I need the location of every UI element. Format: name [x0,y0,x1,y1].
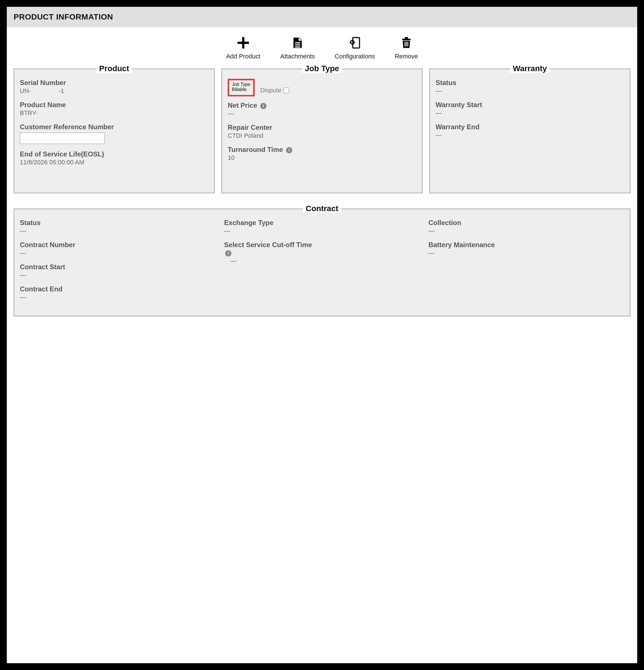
jobtype-panel: Job Type Job Type Billable Dispute Net P… [221,69,423,193]
product-name-field: Product Name BTRY- [20,101,208,117]
field-value: — [20,250,216,257]
svg-rect-1 [237,42,249,44]
field-value: Billable [232,87,250,92]
field-label: Battery Maintenance [428,241,624,249]
toolbar-label: Attachments [280,53,315,60]
svg-line-12 [353,43,354,44]
field-value: — [20,294,216,301]
warranty-start-field: Warranty Start — [436,101,624,117]
svg-line-13 [351,43,351,44]
svg-rect-16 [405,37,408,39]
field-value: — [428,227,624,234]
customer-reference-field: Customer Reference Number [20,123,208,144]
panel-legend: Warranty [510,64,550,73]
svg-line-14 [353,41,354,41]
svg-rect-18 [406,42,407,46]
panel-legend: Product [96,64,132,73]
contract-start-field: Contract Start — [20,263,216,279]
contract-col-3: Collection — Battery Maintenance — [428,219,624,307]
contract-col-1: Status — Contract Number — Contract Star… [20,219,216,307]
panel-legend: Contract [303,204,341,213]
repair-center-field: Repair Center CTDI Poland [228,123,416,139]
contract-number-field: Contract Number — [20,241,216,257]
contract-columns: Status — Contract Number — Contract Star… [20,219,624,307]
exchange-type-field: Exchange Type — [224,219,420,234]
field-label: Repair Center [228,123,416,132]
contract-panel: Contract Status — Contract Number — Cont… [14,209,630,316]
field-label: Customer Reference Number [20,123,208,131]
warranty-end-field: Warranty End — [436,123,624,139]
turnaround-label-text: Turnaround Time [228,146,283,153]
dispute-field: Dispute [260,87,289,94]
toolbar-label: Add Product [226,53,260,60]
svg-line-11 [351,41,351,41]
product-panel: Product Serial Number UN- -1 Product Nam… [14,69,215,193]
field-label: Product Name [20,101,208,109]
panel-legend: Job Type [302,64,342,73]
toolbar-label: Configurations [335,53,375,60]
field-label: Warranty Start [436,101,624,109]
field-label: Collection [428,219,624,227]
field-label: Turnaround Time i [228,146,416,153]
field-label: Job Type [232,82,250,87]
jobtype-highlight: Job Type Billable [228,79,255,96]
cutoff-time-field: Select Service Cut-off Time i — [224,241,420,265]
contract-col-2: Exchange Type — Select Service Cut-off T… [224,219,420,307]
cutoff-label-text: Select Service Cut-off Time [224,241,312,249]
contract-status-field: Status — [20,219,216,234]
plus-icon [236,36,250,50]
customer-reference-input[interactable] [20,133,105,144]
field-value: — [20,271,216,279]
field-label: Contract Number [20,241,216,249]
serial-number-field: Serial Number UN- -1 [20,79,208,95]
field-value: 10 [228,154,416,162]
warranty-status-field: Status — [436,79,624,95]
field-value: — [436,87,624,95]
info-icon[interactable]: i [260,103,266,109]
contract-end-field: Contract End — [20,285,216,301]
field-value: — [228,110,416,117]
field-label: Contract End [20,285,216,293]
field-value: — [428,250,624,257]
field-value: — [20,227,216,234]
warranty-panel: Warranty Status — Warranty Start — Warra… [429,69,630,193]
field-value: CTDI Poland [228,132,416,139]
eosl-field: End of Service Life(EOSL) 11/8/2026 05:0… [20,150,208,166]
product-information-frame: PRODUCT INFORMATION Add Product Attachme… [6,6,638,664]
add-product-button[interactable]: Add Product [226,36,260,60]
dispute-checkbox[interactable] [284,88,289,93]
svg-rect-3 [295,44,300,45]
gear-phone-icon [348,36,362,50]
field-value: — [436,132,624,139]
svg-rect-19 [407,42,408,46]
field-value: 11/8/2026 05:00:00 AM [20,159,208,166]
field-label: Status [436,79,624,87]
jobtype-row: Job Type Billable Dispute [228,79,416,96]
field-value: — [436,109,624,117]
info-icon[interactable]: i [225,250,231,256]
panels-row: Product Serial Number UN- -1 Product Nam… [7,69,637,200]
document-icon [290,36,305,50]
configurations-button[interactable]: Configurations [335,36,375,60]
dispute-label: Dispute [260,87,282,94]
net-price-label-text: Net Price [228,102,257,109]
svg-rect-4 [295,46,300,48]
field-label: Exchange Type [224,219,420,227]
field-label: Warranty End [436,123,624,131]
net-price-field: Net Price i — [228,102,416,117]
field-label: Contract Start [20,263,216,271]
turnaround-field: Turnaround Time i 10 [228,146,416,162]
battery-maintenance-field: Battery Maintenance — [428,241,624,257]
section-title: PRODUCT INFORMATION [14,12,113,21]
field-label: End of Service Life(EOSL) [20,150,208,158]
info-icon[interactable]: i [286,147,292,153]
attachments-button[interactable]: Attachments [280,36,315,60]
field-value: — [224,227,420,234]
toolbar-label: Remove [395,53,418,60]
section-header: PRODUCT INFORMATION [7,7,637,27]
remove-button[interactable]: Remove [395,36,418,60]
svg-rect-2 [295,42,300,43]
collection-field: Collection — [428,219,624,234]
field-value: — [230,257,420,265]
toolbar: Add Product Attachments Configurations R… [7,27,637,69]
